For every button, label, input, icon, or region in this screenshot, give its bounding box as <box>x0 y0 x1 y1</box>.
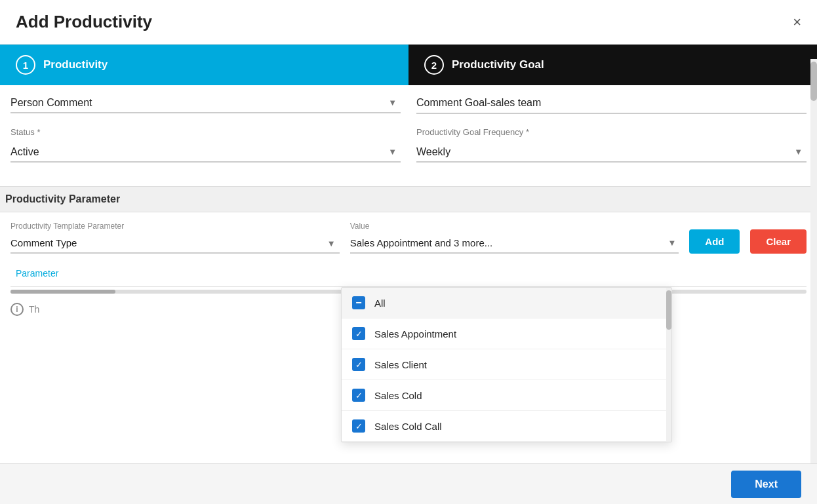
template-param-group: Productivity Template Parameter Comment … <box>10 222 340 254</box>
param-row: Productivity Template Parameter Comment … <box>10 222 807 254</box>
value-dropdown-wrapper[interactable]: Sales Appointment and 3 more... ▼ <box>350 233 679 254</box>
info-icon: i <box>10 303 24 316</box>
step-1-label: Productivity <box>43 58 108 71</box>
table-header-parameter: Parameter <box>10 265 408 281</box>
status-group: Status * Active Inactive ▼ <box>10 127 401 163</box>
value-group: Value Sales Appointment and 3 more... ▼ <box>350 222 679 254</box>
dropdown-item-sales-cold-call-label: Sales Cold Call <box>374 421 442 432</box>
value-dropdown-chevron-icon: ▼ <box>668 238 676 248</box>
table-header-row: Parameter <box>10 260 807 287</box>
comment-goal-value: Comment Goal-sales team <box>416 92 807 114</box>
form-row-2: Status * Active Inactive ▼ Productivity … <box>10 121 807 169</box>
modal: Add Productivity × 1 Productivity 2 Prod… <box>0 0 817 504</box>
dropdown-item-sales-client-label: Sales Client <box>374 359 427 370</box>
checkbox-sales-cold-icon: ✓ <box>352 389 365 402</box>
close-button[interactable]: × <box>793 15 801 29</box>
form-area: Person Comment ▼ Comment Goal-sales team… <box>0 85 817 180</box>
value-dropdown-display[interactable]: Sales Appointment and 3 more... ▼ <box>350 233 679 252</box>
status-label: Status * <box>10 127 401 137</box>
frequency-select-wrapper[interactable]: Weekly Monthly Daily ▼ <box>416 141 807 163</box>
table-scroll-bar-thumb <box>10 290 115 294</box>
checkbox-sales-cold-call-icon: ✓ <box>352 419 365 433</box>
clear-button[interactable]: Clear <box>750 229 807 254</box>
dropdown-item-sales-appointment[interactable]: ✓ Sales Appointment <box>342 319 671 349</box>
frequency-group: Productivity Goal Frequency * Weekly Mon… <box>416 127 807 163</box>
frequency-select[interactable]: Weekly Monthly Daily <box>416 141 807 161</box>
value-dropdown-overlay: − All ✓ Sales Appointment ✓ Sales Client… <box>341 287 672 442</box>
checkbox-sales-client-icon: ✓ <box>352 358 365 371</box>
step-1-number: 1 <box>16 55 35 75</box>
modal-scrollbar <box>810 59 817 465</box>
status-select-wrapper[interactable]: Active Inactive ▼ <box>10 141 401 163</box>
checkbox-sales-appointment-icon: ✓ <box>352 327 365 340</box>
status-select[interactable]: Active Inactive <box>10 141 401 161</box>
steps-bar: 1 Productivity 2 Productivity Goal <box>0 45 817 85</box>
add-button[interactable]: Add <box>689 229 740 254</box>
step-2-number: 2 <box>424 55 444 75</box>
comment-goal-group: Comment Goal-sales team <box>416 92 807 114</box>
dropdown-scrollbar-thumb <box>666 290 671 330</box>
dropdown-item-sales-cold-call[interactable]: ✓ Sales Cold Call <box>342 411 671 442</box>
person-comment-select-wrapper[interactable]: Person Comment ▼ <box>10 92 401 113</box>
template-param-select-wrapper[interactable]: Comment Type Activity Type ▼ <box>10 233 340 254</box>
step-1[interactable]: 1 Productivity <box>0 45 408 85</box>
dropdown-item-all[interactable]: − All <box>342 288 671 319</box>
template-param-select[interactable]: Comment Type Activity Type <box>10 233 340 252</box>
checkbox-all-icon: − <box>352 296 365 309</box>
person-comment-select[interactable]: Person Comment <box>10 92 401 112</box>
dropdown-item-sales-client[interactable]: ✓ Sales Client <box>342 349 671 380</box>
frequency-label: Productivity Goal Frequency * <box>416 127 807 137</box>
form-row-1: Person Comment ▼ Comment Goal-sales team <box>10 85 807 121</box>
dropdown-item-sales-cold-label: Sales Cold <box>374 390 422 401</box>
template-param-label: Productivity Template Parameter <box>10 222 340 231</box>
value-dropdown-text: Sales Appointment and 3 more... <box>350 237 493 248</box>
info-text: Th <box>29 304 39 315</box>
footer-bar: Next <box>0 463 817 504</box>
section-title: Productivity Parameter <box>5 193 120 204</box>
modal-scrollbar-thumb <box>810 62 817 101</box>
step-2[interactable]: 2 Productivity Goal <box>408 45 817 85</box>
modal-title: Add Productivity <box>16 12 152 32</box>
next-button[interactable]: Next <box>731 471 801 498</box>
dropdown-item-sales-appointment-label: Sales Appointment <box>374 328 456 339</box>
person-comment-group: Person Comment ▼ <box>10 92 401 114</box>
dropdown-item-all-label: All <box>374 298 386 309</box>
value-label: Value <box>350 222 679 231</box>
table-header-empty <box>408 265 807 281</box>
dropdown-scrollbar-track <box>666 288 671 442</box>
dropdown-item-sales-cold[interactable]: ✓ Sales Cold <box>342 380 671 411</box>
step-2-label: Productivity Goal <box>452 58 544 71</box>
section-divider: Productivity Parameter <box>0 186 817 212</box>
modal-header: Add Productivity × <box>0 0 817 45</box>
